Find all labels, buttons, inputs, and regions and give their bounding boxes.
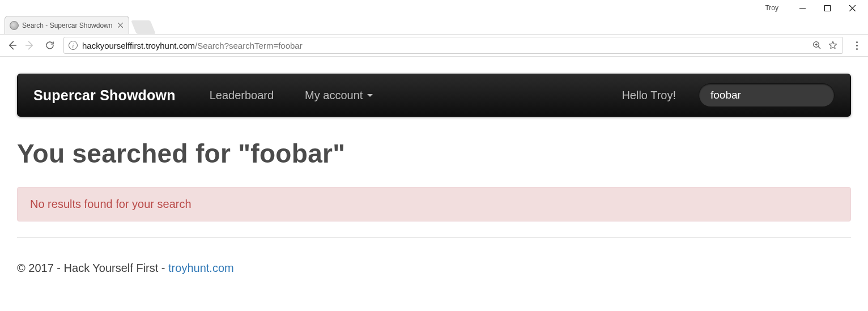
brand-link[interactable]: Supercar Showdown [33,87,176,104]
url-path: /Search?searchTerm=foobar [195,41,303,50]
page-viewport: Supercar Showdown Leaderboard My account… [0,57,868,275]
nav-my-account[interactable]: My account [305,89,373,102]
nav-link-label: Leaderboard [210,89,274,102]
footer-text: © 2017 - Hack Yourself First - [17,262,168,274]
nav-leaderboard[interactable]: Leaderboard [210,89,274,102]
reload-icon [45,40,55,50]
window-close-button[interactable] [840,0,865,16]
close-icon [118,23,123,28]
site-info-icon[interactable]: i [69,41,78,50]
nav-greeting[interactable]: Hello Troy! [622,89,676,102]
close-icon [849,5,856,11]
arrow-left-icon [6,40,17,51]
divider [17,237,851,238]
site-search-input[interactable] [699,83,835,107]
site-navbar: Supercar Showdown Leaderboard My account… [17,74,851,117]
new-tab-button[interactable] [131,20,156,34]
dot-icon [856,48,858,50]
zoom-icon[interactable] [812,40,822,50]
url-host: hackyourselffirst.troyhunt.com [82,41,195,50]
dot-icon [856,41,858,43]
reload-button[interactable] [44,40,56,51]
browser-user-label[interactable]: Troy [765,4,778,12]
alert-text: No results found for your search [30,198,192,210]
window-minimize-button[interactable] [790,0,815,16]
svg-rect-1 [824,5,830,11]
dot-icon [856,45,858,46]
footer-link[interactable]: troyhunt.com [168,262,234,274]
url-text: hackyourselffirst.troyhunt.com/Search?se… [82,41,807,50]
tab-title: Search - Supercar Showdown [22,22,113,29]
browser-titlebar: Troy [0,0,868,16]
browser-tab-active[interactable]: Search - Supercar Showdown [5,16,129,34]
tab-close-button[interactable] [116,22,124,29]
browser-menu-button[interactable] [851,41,862,50]
page-footer: © 2017 - Hack Yourself First - troyhunt.… [17,262,851,275]
forward-button[interactable] [25,40,36,51]
page-heading: You searched for "foobar" [17,138,851,169]
bookmark-star-icon[interactable] [828,40,838,50]
svg-line-7 [818,46,820,49]
address-bar[interactable]: i hackyourselffirst.troyhunt.com/Search?… [63,37,843,54]
browser-toolbar: i hackyourselffirst.troyhunt.com/Search?… [0,34,868,57]
caret-down-icon [367,94,373,97]
back-button[interactable] [6,40,17,51]
window-maximize-button[interactable] [815,0,840,16]
nav-link-label: My account [305,89,363,102]
no-results-alert: No results found for your search [17,187,851,221]
minimize-icon [799,5,806,11]
globe-icon [10,21,19,30]
browser-tab-strip: Search - Supercar Showdown [0,16,868,34]
maximize-icon [824,5,831,11]
arrow-right-icon [25,40,36,51]
omnibox-actions [812,40,838,50]
